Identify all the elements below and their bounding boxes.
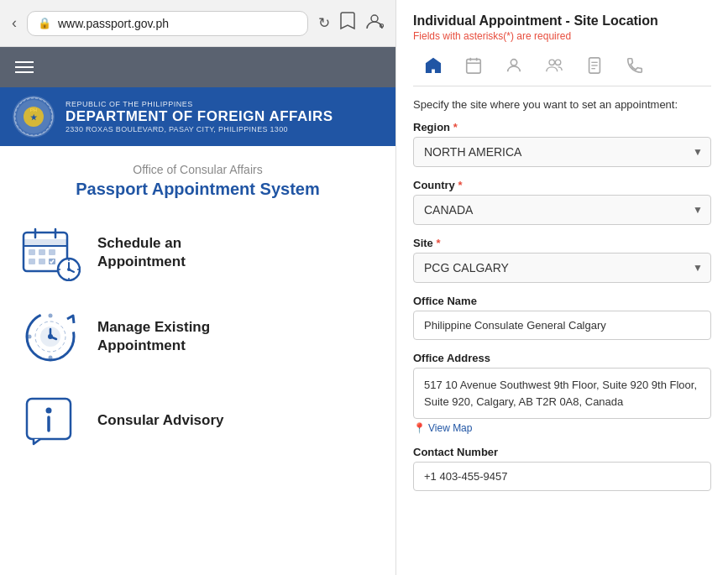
url-bar[interactable]: 🔒 www.passport.gov.ph [27, 11, 308, 36]
svg-point-35 [49, 356, 53, 360]
svg-point-45 [549, 60, 554, 65]
tab-group[interactable] [534, 52, 574, 79]
manage-label: Manage ExistingAppointment [97, 318, 210, 355]
svg-point-44 [511, 60, 516, 65]
svg-point-36 [28, 335, 32, 339]
site-select[interactable]: PCG CALGARY [413, 253, 711, 283]
page-title: Individual Appointment - Site Location [413, 13, 711, 29]
manage-icon [20, 306, 81, 367]
svg-rect-10 [24, 239, 67, 246]
lock-icon: 🔒 [38, 17, 51, 29]
svg-rect-40 [467, 60, 481, 74]
region-select[interactable]: NORTH AMERICA [413, 137, 711, 167]
back-button[interactable]: ‹ [12, 14, 17, 32]
site-label: Site * [413, 237, 711, 249]
nav-bar [0, 47, 395, 87]
view-map-link[interactable]: 📍 View Map [413, 422, 711, 434]
reload-button[interactable]: ↻ [318, 14, 330, 32]
user-button[interactable] [365, 12, 384, 34]
bookmark-button[interactable] [340, 12, 355, 34]
site-select-wrapper: PCG CALGARY ▼ [413, 253, 711, 283]
manage-appointment-item[interactable]: Manage ExistingAppointment [20, 306, 375, 367]
svg-rect-14 [49, 249, 55, 255]
svg-point-38 [46, 408, 52, 414]
office-address-label: Office Address [413, 352, 711, 364]
dfa-address: 2330 ROXAS BOULEVARD, PASAY CITY, PHILIP… [65, 125, 333, 133]
pas-title: Passport Appointment System [20, 180, 375, 199]
svg-rect-16 [39, 259, 45, 264]
dfa-text-block: REPUBLIC OF THE PHILIPPINES DEPARTMENT O… [65, 100, 333, 133]
dfa-header: PH ★ REPUBLIC OF THE PHILIPPINES DEPARTM… [0, 87, 395, 146]
svg-rect-13 [39, 249, 45, 255]
svg-point-0 [371, 15, 378, 22]
country-select[interactable]: CANADA [413, 195, 711, 225]
schedule-icon [20, 222, 81, 283]
hamburger-button[interactable] [15, 61, 34, 73]
browser-bar: ‹ 🔒 www.passport.gov.ph ↻ [0, 0, 395, 47]
country-select-wrapper: CANADA ▼ [413, 195, 711, 225]
tab-person[interactable] [494, 52, 534, 79]
contact-label: Contact Number [413, 446, 711, 458]
region-select-wrapper: NORTH AMERICA ▼ [413, 137, 711, 167]
region-label: Region * [413, 121, 711, 133]
contact-input[interactable] [413, 462, 711, 491]
left-content: Office of Consular Affairs Passport Appo… [0, 146, 395, 575]
view-map-label: View Map [428, 422, 472, 434]
url-text: www.passport.gov.ph [58, 17, 169, 30]
schedule-label: Schedule anAppointment [97, 234, 186, 271]
tab-phone[interactable] [615, 52, 655, 79]
dfa-title: DEPARTMENT OF FOREIGN AFFAIRS [65, 108, 333, 125]
pin-icon: 📍 [413, 422, 426, 434]
svg-rect-15 [29, 259, 35, 264]
consular-advisory-item[interactable]: Consular Advisory [20, 390, 375, 451]
step-tabs [413, 52, 711, 86]
tab-calendar[interactable] [453, 52, 494, 79]
office-name-input[interactable] [413, 311, 711, 340]
advisory-icon [20, 390, 81, 451]
schedule-appointment-item[interactable]: Schedule anAppointment [20, 222, 375, 283]
office-address-text: 517 10 Avenue Southwest 9th Floor, Suite… [413, 368, 711, 419]
dfa-seal-icon: PH ★ [12, 95, 55, 139]
office-name-label: Office Name [413, 295, 711, 307]
country-label: Country * [413, 179, 711, 191]
svg-point-46 [555, 60, 560, 65]
specify-text: Specify the site where you want to set a… [413, 98, 711, 111]
left-panel: ‹ 🔒 www.passport.gov.ph ↻ [0, 0, 396, 575]
svg-text:★: ★ [30, 113, 38, 122]
svg-rect-12 [29, 249, 35, 255]
right-panel: Individual Appointment - Site Location F… [396, 0, 728, 575]
tab-document[interactable] [574, 52, 615, 79]
oca-label: Office of Consular Affairs [20, 163, 375, 176]
advisory-label: Consular Advisory [97, 411, 224, 430]
dfa-subtitle: REPUBLIC OF THE PHILIPPINES [65, 100, 333, 108]
required-note: Fields with asterisks(*) are required [413, 30, 711, 42]
svg-point-34 [49, 314, 53, 318]
tab-location[interactable] [413, 52, 453, 79]
